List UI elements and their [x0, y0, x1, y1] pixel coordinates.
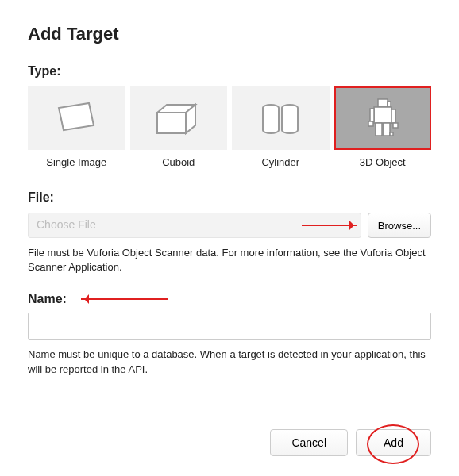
svg-rect-12 [393, 123, 398, 128]
name-input[interactable] [28, 313, 431, 340]
tile-label: Cylinder [232, 156, 330, 168]
svg-rect-11 [368, 121, 373, 126]
type-row: Single Image Cuboid Cylinder [28, 86, 431, 168]
svg-rect-15 [390, 132, 393, 136]
tile-label: Single Image [28, 156, 125, 168]
svg-rect-6 [378, 99, 388, 107]
svg-rect-13 [376, 123, 382, 136]
cuboid-icon [130, 86, 228, 150]
page-title: Add Target [28, 24, 431, 44]
tile-label: Cuboid [130, 156, 228, 168]
cancel-button[interactable]: Cancel [270, 429, 348, 456]
type-label: Type: [28, 64, 431, 79]
name-label: Name: [28, 292, 67, 306]
type-tile-single-image[interactable]: Single Image [28, 86, 125, 168]
svg-marker-1 [157, 113, 186, 133]
file-input-display[interactable]: Choose File [28, 213, 361, 238]
type-tile-3d-object[interactable]: 3D Object [334, 86, 432, 168]
3d-object-icon [334, 86, 432, 150]
type-tile-cylinder[interactable]: Cylinder [232, 86, 330, 168]
cylinder-icon [232, 86, 330, 150]
file-helper-text: File must be Vuforia Object Scanner data… [28, 246, 431, 274]
tile-label: 3D Object [334, 156, 432, 168]
svg-rect-14 [384, 123, 390, 136]
button-row: Cancel Add [270, 429, 431, 456]
svg-rect-9 [392, 109, 395, 123]
svg-marker-0 [59, 103, 94, 130]
svg-rect-10 [370, 109, 374, 121]
add-button[interactable]: Add [356, 429, 431, 456]
single-image-icon [28, 86, 125, 150]
browse-button[interactable]: Browse... [368, 213, 431, 238]
svg-rect-7 [388, 102, 391, 107]
file-label: File: [28, 190, 431, 205]
file-row: Choose File Browse... [28, 213, 431, 238]
svg-rect-8 [374, 107, 392, 123]
name-helper-text: Name must be unique to a database. When … [28, 347, 431, 376]
annotation-arrow-icon [81, 298, 168, 300]
type-tile-cuboid[interactable]: Cuboid [130, 86, 228, 168]
